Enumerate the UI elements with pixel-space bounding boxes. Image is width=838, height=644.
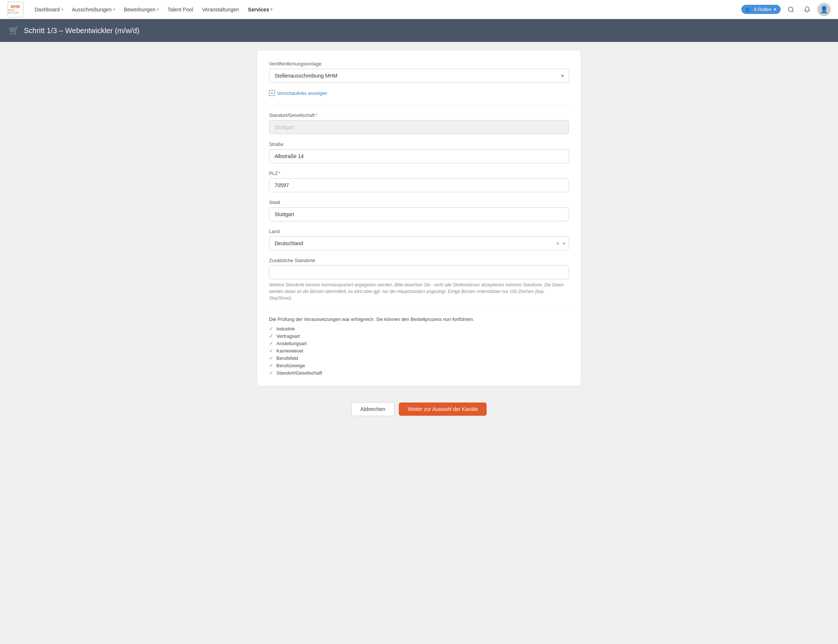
land-icons: ✕ ▾ <box>556 241 565 246</box>
checklist-item-anstellungsart: Anstellungsart <box>276 341 307 346</box>
field-group-plz: PLZ <box>269 171 569 192</box>
checklist-item-standort: Standort/Gesellschaft <box>276 370 322 376</box>
land-wrapper: ✕ ▾ <box>269 237 569 250</box>
checklist-item-berufszweige: Berufszweige <box>276 363 305 368</box>
page-title: Schritt 1/3 – Webentwickler (m/w/d) <box>24 26 139 35</box>
preview-link[interactable]: + Vorschaulinks anzeigen <box>269 90 569 96</box>
checklist-item-industrie: Industrie <box>276 326 295 332</box>
label-plz: PLZ <box>269 171 569 176</box>
logo-text-top: MHM <box>11 5 20 9</box>
check-icon: ✓ <box>269 340 273 346</box>
cancel-button[interactable]: Abbrechen <box>352 402 395 416</box>
chevron-down-icon: ▾ <box>113 7 115 12</box>
nav-item-talentpool[interactable]: Talent Pool <box>164 5 197 15</box>
cart-icon: 🛒 <box>9 26 19 35</box>
logo-text-bot: MHM-HR.COM <box>8 9 23 14</box>
notification-button[interactable] <box>801 4 813 15</box>
check-icon: ✓ <box>269 348 273 353</box>
nav-item-bewerbungen[interactable]: Bewerbungen ▾ <box>120 5 163 15</box>
user-avatar[interactable]: 👤 <box>817 3 831 16</box>
label-strasse: Straße <box>269 141 569 147</box>
main-content: Veröffentlichungsvorlage Stellenausschre… <box>0 42 838 644</box>
roles-icon: 👥 <box>746 7 752 12</box>
form-card: Veröffentlichungsvorlage Stellenausschre… <box>257 51 581 386</box>
check-icon: ✓ <box>269 326 273 332</box>
nav-label-services: Services <box>248 7 269 13</box>
nav-right-area: 👥 9 Rollen ▾ 👤 <box>741 3 831 16</box>
nav-item-dashboard[interactable]: Dashboard ▾ <box>31 5 67 15</box>
chevron-down-icon[interactable]: ▾ <box>563 241 565 246</box>
list-item: ✓ Karrierelevel <box>269 348 569 353</box>
nav-label-talentpool: Talent Pool <box>168 7 193 13</box>
preview-link-label: Vorschaulinks anzeigen <box>277 90 327 96</box>
footer-actions: Abbrechen Weiter zur Auswahl der Kanäle <box>344 395 495 424</box>
nav-label-ausschreibungen: Ausschreibungen <box>72 7 112 13</box>
list-item: ✓ Standort/Gesellschaft <box>269 370 569 376</box>
nav-label-veranstaltungen: Veranstaltungen <box>202 7 239 13</box>
chevron-down-icon: ▾ <box>271 7 272 12</box>
chevron-down-icon: ▾ <box>774 7 776 12</box>
roles-button[interactable]: 👥 9 Rollen ▾ <box>741 5 780 14</box>
input-standort[interactable] <box>269 120 569 134</box>
verification-section: Die Prüfung der Voraussetzungen war erfo… <box>269 317 569 376</box>
check-icon: ✓ <box>269 333 273 339</box>
label-vorlage: Veröffentlichungsvorlage <box>269 61 569 67</box>
checklist-item-berufsfeld: Berufsfeld <box>276 355 298 361</box>
check-icon: ✓ <box>269 362 273 368</box>
checklist-item-karrierelevel: Karrierelevel <box>276 348 303 353</box>
checklist: ✓ Industrie ✓ Vertragsart ✓ Anstellungsa… <box>269 326 569 376</box>
input-stadt[interactable] <box>269 207 569 221</box>
list-item: ✓ Vertragsart <box>269 333 569 339</box>
chevron-down-icon: ▾ <box>61 7 63 12</box>
field-group-land: Land ✕ ▾ <box>269 228 569 250</box>
nav-item-veranstaltungen[interactable]: Veranstaltungen <box>198 5 243 15</box>
chevron-down-icon: ▾ <box>157 7 159 12</box>
field-group-strasse: Straße <box>269 141 569 163</box>
list-item: ✓ Anstellungsart <box>269 340 569 346</box>
checklist-item-vertragsart: Vertragsart <box>276 334 300 339</box>
next-button[interactable]: Weiter zur Auswahl der Kanäle <box>399 402 486 416</box>
label-zusatz: Zusätzliche Standorte <box>269 258 569 263</box>
check-icon: ✓ <box>269 355 273 361</box>
list-item: ✓ Berufsfeld <box>269 355 569 361</box>
logo[interactable]: MHM MHM-HR.COM <box>7 2 23 18</box>
svg-point-0 <box>789 7 793 12</box>
nav-label-dashboard: Dashboard <box>35 7 60 13</box>
select-vorlage-wrapper: Stellenausschreibung MHM ▾ <box>269 69 569 83</box>
navigation: MHM MHM-HR.COM Dashboard ▾ Ausschreibung… <box>0 0 838 19</box>
divider-2 <box>269 309 569 309</box>
input-plz[interactable] <box>269 178 569 192</box>
check-icon: ✓ <box>269 370 273 376</box>
input-land[interactable] <box>269 237 569 250</box>
label-land: Land <box>269 228 569 234</box>
list-item: ✓ Berufszweige <box>269 362 569 368</box>
verification-message: Die Prüfung der Voraussetzungen war erfo… <box>269 317 569 322</box>
nav-item-ausschreibungen[interactable]: Ausschreibungen ▾ <box>68 5 119 15</box>
preview-link-icon: + <box>269 90 275 96</box>
roles-label: 9 Rollen <box>754 7 771 12</box>
field-group-stadt: Stadt <box>269 200 569 221</box>
select-vorlage[interactable]: Stellenausschreibung MHM <box>269 69 569 83</box>
field-group-zusatz: Zusätzliche Standorte Weitere Standorte … <box>269 258 569 301</box>
label-standort: Standort/Gesellschaft <box>269 112 569 118</box>
zusatz-hint: Weitere Standorte können kommasepariert … <box>269 282 569 301</box>
nav-label-bewerbungen: Bewerbungen <box>124 7 156 13</box>
search-button[interactable] <box>785 4 797 15</box>
svg-line-1 <box>792 11 793 12</box>
clear-icon[interactable]: ✕ <box>556 241 560 246</box>
list-item: ✓ Industrie <box>269 326 569 332</box>
input-strasse[interactable] <box>269 149 569 163</box>
field-group-standort: Standort/Gesellschaft <box>269 112 569 134</box>
label-stadt: Stadt <box>269 200 569 205</box>
nav-item-services[interactable]: Services ▾ <box>245 5 276 15</box>
divider-1 <box>269 105 569 105</box>
input-zusatz[interactable] <box>269 265 569 279</box>
field-group-vorlage: Veröffentlichungsvorlage Stellenausschre… <box>269 61 569 83</box>
page-header: 🛒 Schritt 1/3 – Webentwickler (m/w/d) <box>0 19 838 42</box>
